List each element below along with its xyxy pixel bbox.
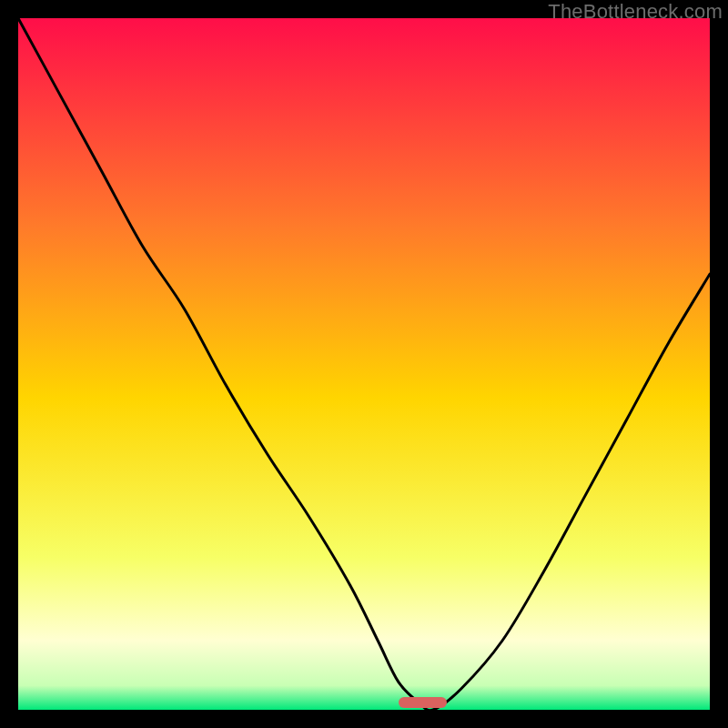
bottleneck-curve (18, 18, 710, 710)
minimum-marker (399, 697, 447, 708)
plot-area (18, 18, 710, 710)
chart-frame: TheBottleneck.com (0, 0, 728, 728)
watermark-text: TheBottleneck.com (548, 0, 723, 24)
